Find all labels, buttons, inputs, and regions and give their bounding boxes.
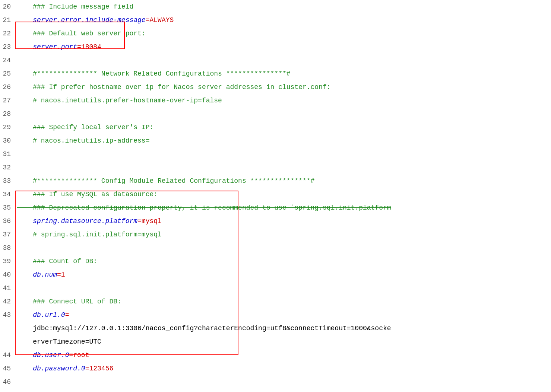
code-line: 26 ### If prefer hostname over ip for Na… <box>0 80 551 94</box>
line-content: db.num=1 <box>17 268 551 281</box>
code-token: ### Connect URL <box>17 298 97 305</box>
line-content: ### Connect URL of DB: <box>17 295 551 308</box>
code-line: 41 <box>0 281 551 295</box>
code-token <box>17 311 33 319</box>
code-token: server.port <box>33 43 77 51</box>
line-content: #*************** Config Module Related C… <box>17 175 551 187</box>
line-content: # spring.sql.init.platform=mysql <box>17 228 551 241</box>
code-token: # spring.sql.init.platform=mysql <box>17 231 162 238</box>
line-number: 39 <box>0 255 17 268</box>
code-token: If <box>49 83 57 91</box>
line-number: 43 <box>0 309 17 321</box>
code-token: db.num <box>33 271 57 278</box>
line-number: 21 <box>0 14 17 26</box>
code-token: of <box>73 258 81 265</box>
line-number: 33 <box>0 175 17 187</box>
code-line: 23 server.port=18084 <box>0 40 551 54</box>
line-number: 38 <box>0 242 17 254</box>
line-content: spring.datasource.platform=mysql <box>17 215 551 227</box>
code-line: 47 ### Connection pool configuration: hi… <box>0 389 551 392</box>
line-number: 26 <box>0 81 17 93</box>
code-token: Specify <box>49 124 77 131</box>
line-content: ### Include message field <box>17 0 551 13</box>
line-number: 24 <box>0 54 17 67</box>
line-number: 40 <box>0 268 17 281</box>
code-line: 40 db.num=1 <box>0 268 551 281</box>
line-number: 45 <box>0 362 17 375</box>
code-token: #*************** Config Module Related C… <box>17 177 314 185</box>
line-content: erverTimezone=UTC <box>17 335 551 348</box>
code-token: ### Deprecated configuration property, i… <box>17 204 391 211</box>
code-token: =mysql <box>137 217 162 225</box>
code-token: field <box>113 3 133 10</box>
code-token: ### Count <box>17 258 73 265</box>
code-token: db.url.0 <box>33 311 65 319</box>
code-line: 20 ### Include message field <box>0 0 551 13</box>
code-token: # nacos.inetutils.prefer-hostname-over-i… <box>17 97 222 104</box>
line-content <box>17 161 551 174</box>
code-line: 36 spring.datasource.platform=mysql <box>0 214 551 228</box>
code-token: =1 <box>57 271 65 278</box>
line-number: 34 <box>0 188 17 201</box>
code-line: 31 <box>0 147 551 161</box>
line-content <box>17 108 551 120</box>
code-token: DB: <box>105 298 121 305</box>
code-token: ### <box>17 124 49 131</box>
code-token <box>17 16 33 24</box>
line-number: 44 <box>0 349 17 361</box>
code-line: 28 <box>0 107 551 121</box>
line-content: db.password.0=123456 <box>17 362 551 375</box>
code-token: =root <box>69 351 89 359</box>
code-token: =ALWAYS <box>146 16 174 24</box>
line-number: 35 <box>0 201 17 214</box>
code-token <box>17 271 33 278</box>
code-line: 25 #*************** Network Related Conf… <box>0 67 551 80</box>
code-line: 43 db.url.0= <box>0 308 551 322</box>
line-number: 25 <box>0 67 17 80</box>
line-content: server.error.include-message=ALWAYS <box>17 14 551 26</box>
line-content: # nacos.inetutils.ip-address= <box>17 134 551 147</box>
code-line: 44 db.user.0=root <box>0 348 551 362</box>
code-container: 20 ### Include message field21 server.er… <box>0 0 551 392</box>
code-line: 46 <box>0 375 551 389</box>
code-line: 33 #*************** Config Module Relate… <box>0 174 551 188</box>
code-token: =123456 <box>85 365 114 372</box>
code-line: 32 <box>0 161 551 174</box>
code-token <box>17 43 33 51</box>
code-token: db.user.0 <box>33 351 69 359</box>
code-line: 27 # nacos.inetutils.prefer-hostname-ove… <box>0 94 551 107</box>
line-content <box>17 282 551 294</box>
code-token: DB: <box>81 258 97 265</box>
code-line: 30 # nacos.inetutils.ip-address= <box>0 134 551 147</box>
code-token: erverTimezone=UTC <box>17 338 101 345</box>
line-content: db.url.0= <box>17 309 551 321</box>
line-number: 42 <box>0 295 17 308</box>
line-number: 23 <box>0 41 17 53</box>
code-token: ### Default web server port: <box>17 30 146 37</box>
line-content: ### Specify local server's IP: <box>17 121 551 134</box>
code-line: 21 server.error.include-message=ALWAYS <box>0 13 551 27</box>
code-line: 24 <box>0 54 551 67</box>
line-content <box>17 148 551 160</box>
line-number: 31 <box>0 148 17 160</box>
line-content: ### If use MySQL as datasource: <box>17 188 551 201</box>
code-line: 37 # spring.sql.init.platform=mysql <box>0 228 551 241</box>
code-token <box>17 217 33 225</box>
line-number: 36 <box>0 215 17 227</box>
code-token: server.error.include-message <box>33 16 145 24</box>
code-token: # nacos.inetutils.ip-address= <box>17 137 149 144</box>
line-content: # nacos.inetutils.prefer-hostname-over-i… <box>17 94 551 107</box>
code-token: ### Include message <box>17 3 113 10</box>
code-token: prefer hostname over ip for Nacos server… <box>57 83 331 91</box>
code-line: 39 ### Count of DB: <box>0 255 551 268</box>
line-content: db.user.0=root <box>17 349 551 361</box>
line-content: ### Connection pool configuration: hikar… <box>17 389 551 392</box>
line-content: #*************** Network Related Configu… <box>17 67 551 80</box>
line-content: server.port=18084 <box>17 41 551 53</box>
code-token: ### <box>17 191 49 198</box>
code-line: 22 ### Default web server port: <box>0 27 551 40</box>
code-token: local server's IP: <box>77 124 153 131</box>
code-token <box>17 365 33 372</box>
code-line: jdbc:mysql://127.0.0.1:3306/nacos_config… <box>0 322 551 335</box>
line-content <box>17 376 551 388</box>
